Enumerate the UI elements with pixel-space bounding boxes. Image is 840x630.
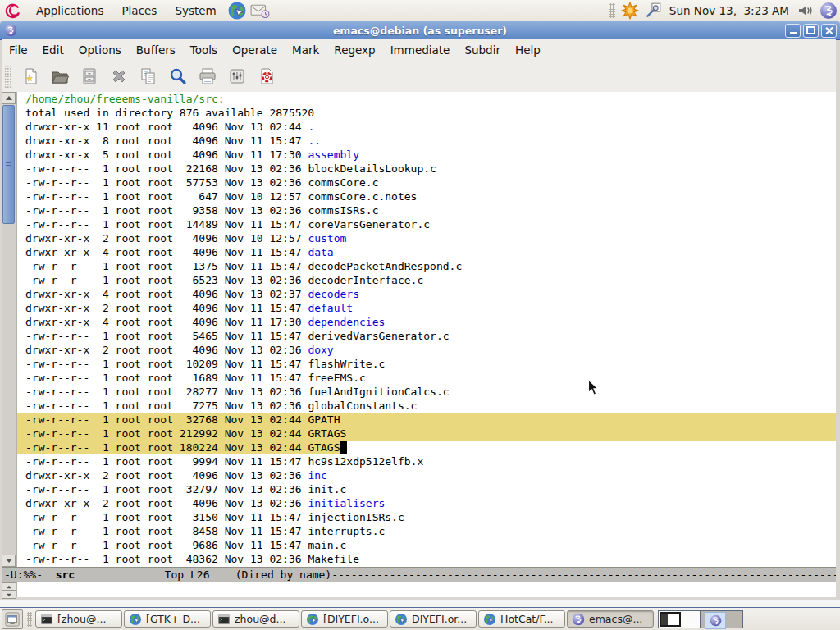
dired-row-GTAGS[interactable]: -rw-r--r-- 1 root root 180224 Nov 13 02:… <box>17 441 836 454</box>
titlebar[interactable]: emacs@debian (as superuser) <box>0 21 840 40</box>
panel-menu-system[interactable]: System <box>166 0 225 21</box>
dired-filename[interactable]: initialisers <box>308 497 385 509</box>
dired-filename[interactable]: default <box>308 302 353 314</box>
minibuffer-scroll-down-button[interactable] <box>2 591 16 599</box>
dired-row-globalConstants.c[interactable]: -rw-r--r-- 1 root root 7275 Nov 13 02:36… <box>17 399 836 413</box>
dired-filename[interactable]: main.c <box>308 539 346 551</box>
dired-row-decodePacketAndRespond.c[interactable]: -rw-r--r-- 1 root root 1375 Nov 11 15:47… <box>17 259 836 273</box>
dired-filename[interactable]: GRTAGS <box>308 427 346 440</box>
dired-filename[interactable]: decoderInterface.c <box>308 274 423 286</box>
debian-swirl-icon[interactable] <box>4 2 22 20</box>
dired-row-blockDetailsLookup.c[interactable]: -rw-r--r-- 1 root root 22168 Nov 13 02:3… <box>17 162 836 176</box>
dired-row-decoders[interactable]: drwxr-xr-x 4 root root 4096 Nov 13 02:37… <box>17 287 836 301</box>
dired-row-GPATH[interactable]: -rw-r--r-- 1 root root 32768 Nov 13 02:4… <box>17 413 836 427</box>
dired-row-commsCore.c[interactable]: -rw-r--r-- 1 root root 57753 Nov 13 02:3… <box>17 176 836 189</box>
panel-menu-places[interactable]: Places <box>112 0 166 21</box>
toolbar-customize-button[interactable] <box>223 63 251 89</box>
menu-file[interactable]: File <box>2 39 35 61</box>
dired-row-dependencies[interactable]: drwxr-xr-x 4 root root 4096 Nov 11 17:30… <box>17 315 836 329</box>
dired-row-main.c[interactable]: -rw-r--r-- 1 root root 9686 Nov 11 15:47… <box>17 538 836 552</box>
dired-row-default[interactable]: drwxr-xr-x 2 root root 4096 Nov 11 15:47… <box>17 301 836 315</box>
taskbar-button-hotcat-f[interactable]: HotCat/F... <box>478 610 565 628</box>
modeline-major-mode[interactable]: (Dired by name) <box>235 568 331 581</box>
scroll-down-button[interactable] <box>2 555 16 567</box>
taskbar-button-diyefi-or[interactable]: DIYEFI.or... <box>390 610 477 628</box>
toolbar-copy-button[interactable] <box>135 63 162 89</box>
dired-row-freeEMS.c[interactable]: -rw-r--r-- 1 root root 1689 Nov 11 15:47… <box>17 371 836 385</box>
emacs-tray-icon[interactable] <box>819 2 838 20</box>
dired-row-.[interactable]: drwxr-xr-x 11 root root 4096 Nov 13 02:4… <box>17 120 836 134</box>
dired-filename[interactable]: data <box>308 246 333 258</box>
menu-immediate[interactable]: Immediate <box>383 39 458 61</box>
dired-filename[interactable]: custom <box>308 232 346 244</box>
menu-tools[interactable]: Tools <box>183 39 225 61</box>
menu-operate[interactable]: Operate <box>225 39 285 61</box>
menu-mark[interactable]: Mark <box>285 39 326 61</box>
menu-options[interactable]: Options <box>71 39 129 61</box>
dired-filename[interactable]: injectionISRs.c <box>308 511 404 523</box>
screenshot-tool-icon[interactable] <box>644 2 662 20</box>
scroll-up-button[interactable] <box>2 92 16 104</box>
scrollbar-thumb[interactable] <box>2 105 15 224</box>
menu-help[interactable]: Help <box>508 39 548 61</box>
dired-row-Makefile[interactable]: -rw-r--r-- 1 root root 48362 Nov 13 02:3… <box>17 552 836 566</box>
taskbar-button-emacs[interactable]: emacs@... <box>567 610 654 628</box>
dired-filename[interactable]: globalConstants.c <box>308 399 417 412</box>
scrollbar[interactable] <box>2 92 17 567</box>
dired-row-GRTAGS[interactable]: -rw-r--r-- 1 root root 212992 Nov 13 02:… <box>17 427 836 441</box>
toolbar-open-button[interactable] <box>46 63 74 89</box>
close-button[interactable] <box>821 24 837 38</box>
minibuffer-scrollbar[interactable] <box>2 582 17 597</box>
toolbar-close-button[interactable] <box>105 63 133 89</box>
menu-regexp[interactable]: Regexp <box>326 39 382 61</box>
dired-row-inc[interactable]: drwxr-xr-x 2 root root 4096 Nov 13 02:36… <box>17 468 836 482</box>
dired-row-data[interactable]: drwxr-xr-x 4 root root 4096 Nov 11 15:47… <box>17 245 836 259</box>
dired-filename[interactable]: fuelAndIgnitionCalcs.c <box>308 386 449 398</box>
taskbar-button-diyefi-o[interactable]: [DIYEFI.o... <box>301 610 388 628</box>
dired-filename[interactable]: freeEMS.c <box>308 372 365 384</box>
dired-row-doxy[interactable]: drwxr-xr-x 2 root root 4096 Nov 13 02:36… <box>17 343 836 357</box>
toolbar-save-button[interactable] <box>75 63 103 89</box>
dired-filename[interactable]: decodePacketAndRespond.c <box>308 260 462 272</box>
dired-row-coreVarsGenerator.c[interactable]: -rw-r--r-- 1 root root 14489 Nov 11 15:4… <box>17 217 836 231</box>
show-desktop-button[interactable] <box>2 609 23 629</box>
toolbar-new-file-button[interactable] <box>16 63 44 89</box>
dired-filename[interactable]: GTAGS <box>308 441 340 454</box>
dired-row-interrupts.c[interactable]: -rw-r--r-- 1 root root 8458 Nov 11 15:47… <box>17 524 836 538</box>
taskbar-button-zhou-d[interactable]: zhou@d... <box>212 610 299 628</box>
dired-filename[interactable]: . <box>308 121 314 133</box>
menu-edit[interactable]: Edit <box>35 39 71 61</box>
dired-row-assembly[interactable]: drwxr-xr-x 5 root root 4096 Nov 11 17:30… <box>17 148 836 162</box>
menu-buffers[interactable]: Buffers <box>129 39 183 61</box>
dired-filename[interactable]: interrupts.c <box>308 525 385 537</box>
dired-row-init.c[interactable]: -rw-r--r-- 1 root root 32797 Nov 13 02:3… <box>17 482 836 496</box>
toolbar-help-button[interactable] <box>253 63 281 89</box>
taskbar-button-gtk-d[interactable]: [GTK+ D... <box>124 610 211 628</box>
dired-filename[interactable]: commsISRs.c <box>308 204 378 217</box>
dired-filename[interactable]: blockDetailsLookup.c <box>308 162 436 175</box>
web-browser-icon[interactable] <box>227 2 247 20</box>
dired-row-commsCore.c.notes[interactable]: -rw-r--r-- 1 root root 647 Nov 10 12:57 … <box>17 189 836 203</box>
dired-filename[interactable]: commsCore.c <box>308 176 378 189</box>
dired-filename[interactable]: Makefile <box>308 553 359 565</box>
dired-row-initialisers[interactable]: drwxr-xr-x 2 root root 4096 Nov 13 02:36… <box>17 496 836 510</box>
dired-row-fuelAndIgnitionCalcs.c[interactable]: -rw-r--r-- 1 root root 28277 Nov 13 02:3… <box>17 385 836 399</box>
minibuffer-scroll-up-button[interactable] <box>2 582 16 591</box>
dired-filename[interactable]: GPATH <box>308 413 340 426</box>
dired-row-derivedVarsGenerator.c[interactable]: -rw-r--r-- 1 root root 5465 Nov 11 15:47… <box>17 329 836 343</box>
panel-menu-applications[interactable]: Applications <box>27 0 112 21</box>
dired-row-commsISRs.c[interactable]: -rw-r--r-- 1 root root 9358 Nov 13 02:36… <box>17 203 836 217</box>
dired-filename[interactable]: init.c <box>308 483 346 495</box>
workspace-2[interactable] <box>701 610 743 628</box>
dired-filename[interactable]: assembly <box>308 148 359 161</box>
toolbar-search-button[interactable] <box>164 63 192 89</box>
email-clock-icon[interactable] <box>250 2 270 20</box>
panel-grip[interactable] <box>609 3 615 18</box>
dired-row-..[interactable]: drwxr-xr-x 8 root root 4096 Nov 11 15:47… <box>17 134 836 148</box>
dired-row-custom[interactable]: drwxr-xr-x 2 root root 4096 Nov 10 12:57… <box>17 231 836 245</box>
dired-filename[interactable]: commsCore.c.notes <box>308 190 417 203</box>
dired-filename[interactable]: derivedVarsGenerator.c <box>308 330 449 342</box>
dired-filename[interactable]: dependencies <box>308 316 385 328</box>
toolbar-grip[interactable] <box>4 65 11 88</box>
minimize-button[interactable] <box>785 24 801 38</box>
